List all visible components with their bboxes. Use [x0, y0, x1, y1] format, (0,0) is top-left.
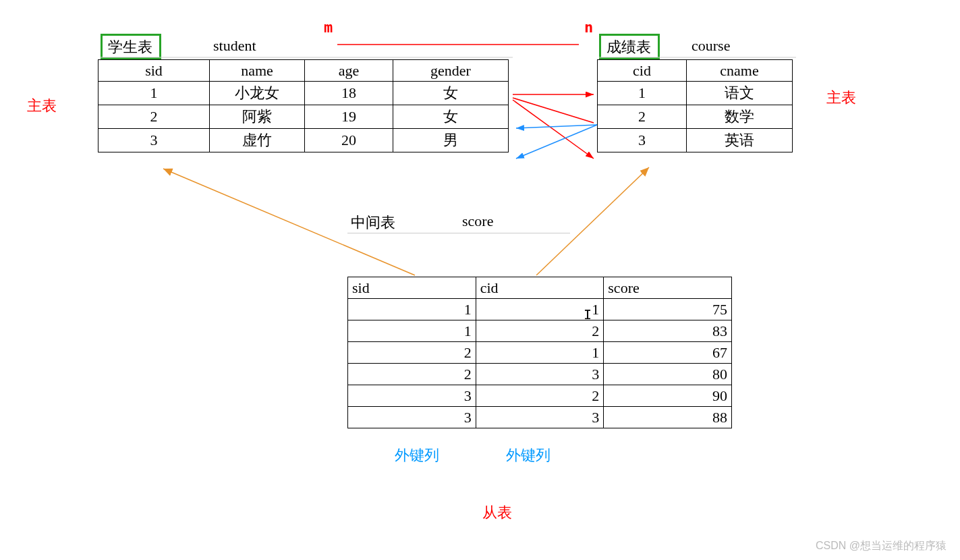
watermark: CSDN @想当运维的程序猿: [816, 539, 947, 553]
score-row-3: 2 1 67: [348, 342, 732, 364]
cell: 3: [476, 364, 604, 385]
cell: 3: [98, 129, 210, 152]
cell: 2: [348, 364, 476, 385]
main-table-right-label: 主表: [826, 88, 856, 108]
orange-arrow-cid: [536, 167, 649, 275]
student-row-3: 3 虚竹 20 男: [98, 129, 509, 152]
blue-arrow-1: [516, 125, 597, 128]
cell: 90: [604, 385, 732, 407]
cell: 88: [604, 407, 732, 428]
cell: 女: [393, 82, 509, 105]
cell: 19: [305, 105, 393, 129]
course-row-2: 2 数学: [598, 105, 793, 129]
main-table-left-label: 主表: [27, 96, 57, 116]
cell: 2: [598, 105, 687, 129]
score-row-1: 1 1 75: [348, 299, 732, 320]
cell: 83: [604, 320, 732, 342]
course-row-1: 1 语文: [598, 82, 793, 105]
score-header-row: sid cid score: [348, 277, 732, 299]
sub-table-label: 从表: [482, 503, 512, 523]
score-header-cid: cid: [476, 277, 604, 299]
cell: 女: [393, 105, 509, 129]
student-header-row: sid name age gender: [98, 60, 509, 82]
score-header-score: score: [604, 277, 732, 299]
red-arrow-2a: [513, 98, 594, 123]
course-row-3: 3 英语: [598, 129, 793, 152]
student-header-name: name: [210, 60, 305, 82]
cell: 18: [305, 82, 393, 105]
cell: 小龙女: [210, 82, 305, 105]
cell: 67: [604, 342, 732, 364]
cell: 3: [598, 129, 687, 152]
course-title-cn: 成绩表: [599, 34, 660, 59]
score-row-2: 1 2 83: [348, 320, 732, 342]
cell: 2: [348, 342, 476, 364]
cell: 虚竹: [210, 129, 305, 152]
student-row-2: 2 阿紫 19 女: [98, 105, 509, 129]
cell: 2: [476, 385, 604, 407]
fk-label-1: 外键列: [395, 445, 439, 466]
course-title-en: course: [691, 37, 730, 55]
student-table: sid name age gender 1 小龙女 18 女 2 阿紫 19 女…: [98, 59, 509, 152]
cell: 1: [476, 342, 604, 364]
cell: 男: [393, 129, 509, 152]
score-title-en: score: [462, 213, 493, 230]
cell: 75: [604, 299, 732, 320]
score-row-4: 2 3 80: [348, 364, 732, 385]
cell: 3: [476, 407, 604, 428]
cell: 2: [98, 105, 210, 129]
blue-arrow-2: [516, 125, 597, 159]
score-row-5: 3 2 90: [348, 385, 732, 407]
cell: 语文: [687, 82, 793, 105]
student-header-age: age: [305, 60, 393, 82]
cell: 80: [604, 364, 732, 385]
score-title-underline: [347, 233, 570, 233]
score-row-6: 3 3 88: [348, 407, 732, 428]
student-title-cn: 学生表: [101, 34, 161, 59]
cell: 3: [348, 385, 476, 407]
red-arrow-3: [513, 100, 594, 159]
cell: 1: [348, 320, 476, 342]
cell: 1: [98, 82, 210, 105]
course-table: cid cname 1 语文 2 数学 3 英语: [597, 59, 793, 152]
course-header-cid: cid: [598, 60, 687, 82]
student-row-1: 1 小龙女 18 女: [98, 82, 509, 105]
text-cursor-icon: I: [584, 306, 592, 323]
course-header-cname: cname: [687, 60, 793, 82]
student-header-sid: sid: [98, 60, 210, 82]
score-header-sid: sid: [348, 277, 476, 299]
student-title-en: student: [213, 37, 256, 55]
cell: 3: [348, 407, 476, 428]
cell: 1: [598, 82, 687, 105]
score-title-cn: 中间表: [351, 213, 395, 233]
score-table: sid cid score 1 1 75 1 2 83 2 1 67 2 3 8…: [347, 277, 732, 428]
cell: 20: [305, 129, 393, 152]
n-label: n: [584, 19, 593, 36]
cell: 英语: [687, 129, 793, 152]
course-header-row: cid cname: [598, 60, 793, 82]
cell: 阿紫: [210, 105, 305, 129]
cell: 1: [348, 299, 476, 320]
m-label: m: [324, 19, 333, 36]
cell: 数学: [687, 105, 793, 129]
student-header-gender: gender: [393, 60, 509, 82]
cell: 2: [476, 320, 604, 342]
fk-label-2: 外键列: [506, 445, 550, 466]
